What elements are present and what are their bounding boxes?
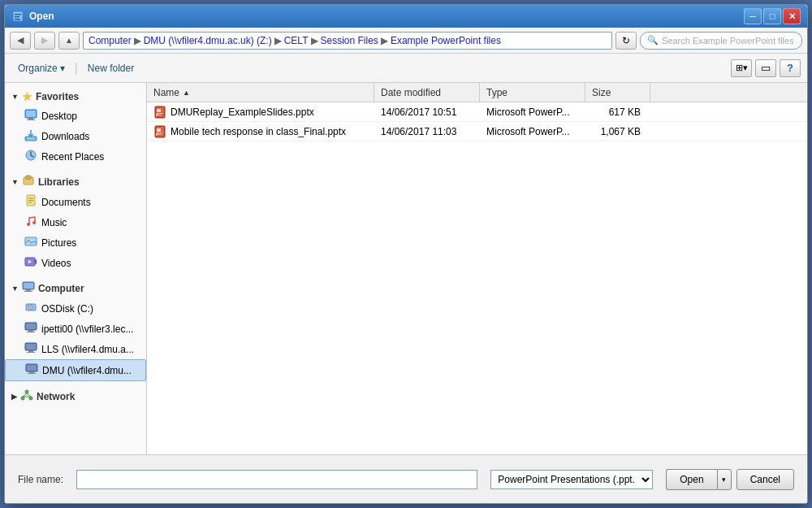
cancel-button[interactable]: Cancel [736, 469, 794, 490]
breadcrumb-dmu[interactable]: DMU (\\vfiler4.dmu.ac.uk) (Z:) [144, 35, 272, 46]
svg-rect-29 [28, 330, 33, 332]
sidebar-item-videos[interactable]: Videos [5, 253, 146, 273]
file-cell-date: 14/06/2017 11:03 [374, 124, 480, 140]
recent-icon [24, 149, 37, 164]
toolbar-divider: | [75, 61, 78, 76]
new-folder-label: New folder [88, 63, 134, 74]
pictures-icon [24, 235, 37, 250]
libraries-label: Libraries [38, 176, 80, 188]
file-name-input[interactable] [76, 470, 477, 489]
svg-rect-31 [26, 323, 36, 329]
sidebar-item-downloads[interactable]: Downloads [5, 126, 146, 146]
new-folder-button[interactable]: New folder [81, 59, 140, 78]
window-controls: ─ □ ✕ [744, 8, 801, 24]
favorites-label: Favorites [36, 91, 79, 102]
address-breadcrumb[interactable]: Computer ▶ DMU (\\vfiler4.dmu.ac.uk) (Z:… [83, 32, 612, 50]
col-header-size[interactable]: Size [585, 83, 650, 102]
maximize-button[interactable]: □ [763, 8, 781, 24]
back-button[interactable]: ◀ [10, 32, 31, 50]
computer-header[interactable]: ▼ Computer [5, 278, 146, 298]
svg-rect-1 [15, 14, 21, 15]
pictures-label: Pictures [41, 237, 76, 249]
open-button[interactable]: Open [666, 469, 716, 490]
breadcrumb-computer[interactable]: Computer [89, 35, 132, 46]
breadcrumb-example[interactable]: Example PowerPoint files [391, 35, 501, 46]
help-button[interactable]: ? [780, 59, 801, 77]
libraries-header[interactable]: ▼ Libraries [5, 172, 146, 192]
libraries-icon [22, 174, 35, 189]
col-type-label: Type [486, 87, 508, 98]
ppt-icon: P [153, 106, 166, 119]
svg-rect-30 [27, 332, 35, 332]
col-header-date[interactable]: Date modified [374, 83, 480, 102]
music-icon [24, 215, 37, 230]
view-toggle-button[interactable]: ⊞▾ [731, 59, 752, 77]
dialog-title: Open [29, 11, 744, 22]
file-cell-name: P Mobile tech response in class_Final.pp… [147, 123, 374, 141]
file-cell-type: Microsoft PowerP... [480, 124, 585, 140]
music-label: Music [41, 217, 67, 228]
dmu-label: DMU (\\vfiler4.dmu... [42, 365, 132, 376]
lls-icon [24, 341, 37, 357]
open-dropdown-button[interactable]: ▾ [717, 469, 732, 490]
sidebar-item-osdisk[interactable]: OSDisk (C:) [5, 298, 146, 319]
svg-text:P: P [156, 113, 158, 117]
favorites-header[interactable]: ▼ ★ Favorites [5, 88, 146, 106]
videos-label: Videos [41, 258, 71, 269]
computer-icon-img [22, 280, 35, 296]
svg-point-15 [32, 221, 36, 224]
close-button[interactable]: ✕ [783, 8, 801, 24]
sidebar-item-music[interactable]: Music [5, 212, 146, 232]
svg-rect-39 [27, 365, 37, 371]
main-content: ▼ ★ Favorites Desktop [5, 83, 807, 454]
svg-rect-22 [24, 291, 32, 292]
organize-label: Organize [18, 63, 58, 74]
file-name-text: Mobile tech response in class_Final.pptx [171, 126, 346, 137]
sidebar-item-dmu[interactable]: DMU (\\vfiler4.dmu... [5, 359, 146, 381]
sidebar-item-documents[interactable]: Documents [5, 192, 146, 212]
sidebar-item-lls[interactable]: LLS (\\vfiler4.dmu.a... [5, 339, 146, 359]
breadcrumb-celt[interactable]: CELT [284, 35, 309, 46]
breadcrumb-session[interactable]: Session Files [321, 35, 378, 46]
sidebar-item-pictures[interactable]: Pictures [5, 232, 146, 253]
sidebar-item-ipetti[interactable]: ipetti00 (\\vfiler3.lec... [5, 319, 146, 339]
table-row[interactable]: P Mobile tech response in class_Final.pp… [147, 122, 807, 141]
svg-rect-37 [29, 371, 34, 373]
libraries-expand-icon: ▼ [11, 178, 19, 186]
col-header-name[interactable]: Name ▲ [147, 83, 374, 102]
network-header[interactable]: ▶ Network [5, 386, 146, 406]
minimize-button[interactable]: ─ [744, 8, 762, 24]
refresh-button[interactable]: ↻ [615, 32, 637, 50]
search-placeholder: Search Example PowerPoint files [662, 36, 794, 46]
videos-icon [24, 255, 37, 271]
svg-point-40 [25, 390, 28, 393]
search-box[interactable]: 🔍 Search Example PowerPoint files [640, 32, 802, 50]
network-section: ▶ Network [5, 386, 146, 406]
documents-label: Documents [41, 197, 91, 208]
svg-rect-6 [27, 119, 35, 120]
favorites-section: ▼ ★ Favorites Desktop [5, 88, 146, 167]
sidebar-item-desktop[interactable]: Desktop [5, 106, 146, 126]
forward-button[interactable]: ▶ [34, 32, 55, 50]
libraries-section: ▼ Libraries [5, 172, 146, 273]
svg-rect-2 [15, 16, 19, 18]
file-name-text: DMUReplay_ExampleSlides.pptx [171, 106, 314, 118]
col-header-type[interactable]: Type [480, 83, 585, 102]
file-cell-date: 14/06/2017 10:51 [374, 104, 480, 120]
desktop-label: Desktop [41, 111, 77, 122]
svg-point-26 [30, 306, 32, 308]
file-type-dropdown[interactable]: PowerPoint Presentations (.ppt... [490, 470, 653, 489]
open-button-group: Open ▾ [666, 469, 731, 490]
organize-button[interactable]: Organize ▾ [11, 59, 71, 78]
network-icon [20, 389, 33, 404]
sidebar-item-recent[interactable]: Recent Places [5, 146, 146, 167]
address-bar: ◀ ▶ ▲ Computer ▶ DMU (\\vfiler4.dmu.ac.u… [5, 28, 807, 54]
col-size-label: Size [592, 87, 611, 98]
file-name-label: File name: [18, 474, 63, 485]
svg-point-14 [27, 223, 30, 226]
up-button[interactable]: ▲ [58, 32, 80, 50]
sidebar: ▼ ★ Favorites Desktop [5, 83, 147, 454]
col-date-label: Date modified [381, 87, 441, 98]
preview-pane-button[interactable]: ▭ [755, 59, 776, 77]
table-row[interactable]: P DMUReplay_ExampleSlides.pptx 14/06/201… [147, 102, 807, 122]
